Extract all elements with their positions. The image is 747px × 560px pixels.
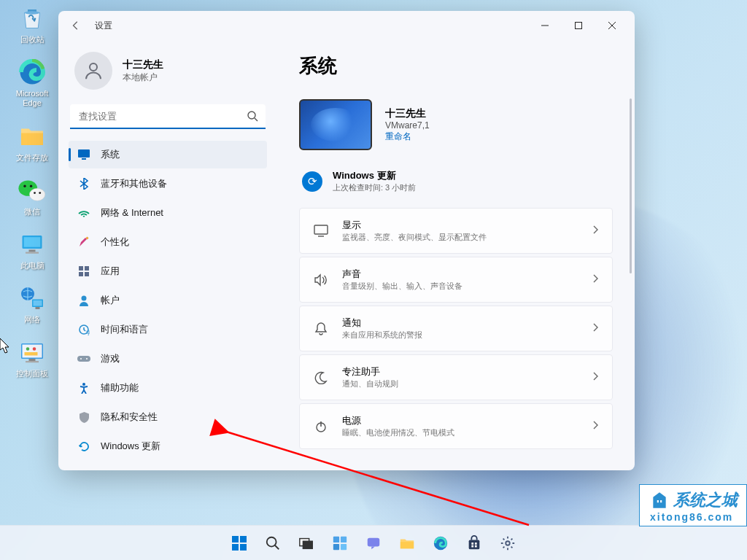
device-model: VMware7,1 (385, 120, 430, 131)
desktop-icon-recycle-bin[interactable]: 回收站 (7, 4, 57, 44)
chevron-right-icon (593, 274, 599, 285)
minimize-button[interactable] (528, 14, 562, 37)
nav-item-update[interactable]: Windows 更新 (69, 432, 267, 460)
apps-icon (77, 265, 90, 278)
search-icon (265, 535, 281, 551)
svg-rect-56 (303, 541, 312, 548)
card-subtitle: 通知、自动规则 (342, 378, 580, 389)
desktop-icon-wechat[interactable]: 微信 (7, 176, 57, 217)
windows-icon (231, 534, 248, 552)
desktop-icon-network[interactable]: 网络 (7, 284, 57, 324)
svg-point-69 (506, 541, 510, 545)
update-title: Windows 更新 (333, 169, 416, 182)
svg-rect-37 (85, 272, 89, 276)
card-subtitle: 来自应用和系统的警报 (342, 330, 580, 341)
user-name: 十三先生 (123, 58, 163, 71)
user-block[interactable]: 十三先生 本地帐户 (69, 40, 267, 104)
network-icon (18, 284, 47, 313)
card-title: 显示 (342, 219, 580, 232)
watermark-brand: 系统之城 (650, 489, 738, 511)
nav-item-time[interactable]: 字时间和语言 (69, 316, 267, 343)
desktop-icon-control-panel[interactable]: 控制面板 (7, 338, 57, 378)
maximize-button[interactable] (562, 14, 595, 37)
back-button[interactable] (64, 14, 88, 37)
nav-item-accounts[interactable]: 帐户 (69, 287, 267, 314)
svg-point-29 (248, 112, 255, 119)
device-card: 十三先生 VMware7,1 重命名 (299, 99, 613, 150)
scrollbar[interactable] (630, 98, 632, 273)
nav-label: 时间和语言 (101, 323, 148, 336)
nav-item-network[interactable]: 网络 & Internet (69, 199, 267, 227)
start-button[interactable] (225, 529, 254, 558)
nav-item-gaming[interactable]: 游戏 (69, 345, 267, 373)
sound-icon (313, 273, 329, 287)
card-notifications[interactable]: 通知来自应用和系统的警报 (299, 306, 613, 351)
card-display[interactable]: 显示监视器、亮度、夜间模式、显示配置文件 (299, 208, 613, 254)
svg-rect-45 (314, 225, 328, 234)
taskview-button[interactable] (292, 529, 321, 558)
person-icon (82, 60, 104, 82)
svg-point-6 (29, 188, 44, 201)
card-text: 电源睡眠、电池使用情况、节电模式 (342, 414, 580, 438)
widgets-button[interactable] (325, 529, 355, 558)
content-pane: 系统 十三先生 VMware7,1 重命名 ⟳ Windows 更新 上次检查时… (277, 40, 635, 470)
search-input[interactable] (70, 104, 266, 129)
chat-button[interactable] (359, 529, 388, 558)
nav-item-bluetooth[interactable]: 蓝牙和其他设备 (69, 170, 267, 198)
card-power[interactable]: 电源睡眠、电池使用情况、节电模式 (299, 403, 613, 449)
this-pc-icon (18, 230, 47, 259)
svg-rect-25 (576, 23, 582, 29)
wechat-icon (18, 176, 47, 205)
desktop-icon-folder[interactable]: 文件存放 (7, 122, 57, 163)
nav-item-privacy[interactable]: 隐私和安全性 (69, 403, 267, 431)
user-account-type: 本地帐户 (123, 71, 163, 84)
settings-button[interactable] (493, 529, 522, 558)
nav-item-apps[interactable]: 应用 (69, 257, 267, 285)
update-text: Windows 更新 上次检查时间: 3 小时前 (333, 169, 416, 193)
rename-link[interactable]: 重命名 (385, 131, 430, 143)
desktop-icon-this-pc[interactable]: 此电脑 (7, 230, 57, 271)
svg-rect-41 (77, 356, 90, 362)
icon-label: 控制面板 (16, 369, 48, 378)
svg-rect-51 (232, 544, 239, 551)
nav-item-accessibility[interactable]: 辅助功能 (69, 374, 267, 402)
svg-rect-34 (79, 266, 83, 271)
recycle-bin-icon (18, 4, 47, 33)
nav-item-system[interactable]: 系统 (69, 141, 267, 168)
nav-label: Windows 更新 (101, 440, 160, 453)
nav-item-personalization[interactable]: 个性化 (69, 228, 267, 256)
svg-rect-67 (471, 545, 473, 547)
card-focus[interactable]: 专注助手通知、自动规则 (299, 354, 613, 400)
svg-point-53 (267, 537, 276, 546)
display-icon (313, 225, 329, 238)
svg-rect-36 (79, 272, 83, 276)
user-info: 十三先生 本地帐户 (123, 58, 163, 84)
card-subtitle: 监视器、亮度、夜间模式、显示配置文件 (342, 232, 580, 243)
close-icon (608, 22, 616, 29)
edge-button[interactable] (426, 529, 455, 558)
svg-rect-64 (469, 540, 480, 549)
svg-text:字: 字 (86, 330, 90, 335)
icon-label: 此电脑 (20, 261, 44, 271)
svg-rect-68 (475, 545, 477, 547)
windows-update-row[interactable]: ⟳ Windows 更新 上次检查时间: 3 小时前 (299, 165, 613, 208)
update-subtitle: 上次检查时间: 3 小时前 (333, 182, 416, 193)
search-icon (247, 110, 258, 125)
chevron-right-icon (593, 421, 599, 432)
explorer-button[interactable] (392, 529, 422, 558)
desktop-icon-edge[interactable]: Microsoft Edge (7, 58, 57, 108)
building-icon (650, 491, 669, 510)
settings-window: 设置 十三先生 本地帐户 系统蓝 (58, 11, 635, 470)
back-arrow-icon (71, 20, 81, 31)
sidebar: 十三先生 本地帐户 系统蓝牙和其他设备网络 & Internet个性化应用帐户字… (58, 40, 277, 470)
icon-label: Microsoft Edge (7, 89, 57, 108)
card-sound[interactable]: 声音音量级别、输出、输入、声音设备 (299, 257, 613, 303)
close-button[interactable] (595, 14, 629, 37)
search-button[interactable] (258, 529, 287, 558)
svg-point-5 (30, 184, 32, 187)
store-button[interactable] (460, 529, 489, 558)
card-text: 声音音量级别、输出、输入、声音设备 (342, 268, 580, 292)
focus-icon (313, 371, 329, 384)
svg-point-38 (82, 296, 87, 301)
svg-point-0 (25, 11, 40, 15)
